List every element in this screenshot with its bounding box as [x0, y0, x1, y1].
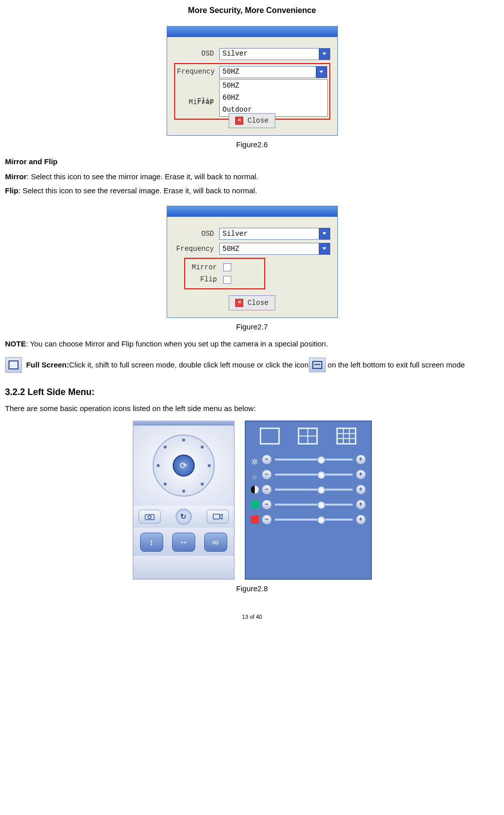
- close-icon: ×: [235, 117, 243, 125]
- speed-slider-row: ✲ − +: [251, 455, 366, 465]
- page-title: More Security, More Convenience: [5, 4, 499, 17]
- note-text: : You can choose Mirror and Flip functio…: [26, 339, 328, 348]
- figure-caption-2-6: Figure2.6: [5, 139, 499, 151]
- contrast-slider[interactable]: [275, 489, 353, 491]
- close-label: Close: [247, 115, 268, 126]
- minus-button[interactable]: −: [262, 500, 272, 510]
- frequency-value: 50HZ: [220, 66, 316, 77]
- hue-slider[interactable]: [275, 504, 353, 506]
- mirror-flip-highlight: Mirror Flip: [184, 258, 265, 289]
- chevron-down-icon: [319, 71, 323, 73]
- contrast-slider-row: − +: [251, 485, 366, 495]
- hue-slider-row: − +: [251, 500, 366, 510]
- frequency-option[interactable]: 50HZ: [220, 80, 327, 92]
- svg-point-1: [148, 516, 151, 519]
- mirror-checkbox[interactable]: [223, 263, 231, 271]
- mirror-term: Mirror: [5, 172, 27, 181]
- mirror-label: Mirror: [187, 262, 222, 273]
- figure-2-8-panels: ⟳ ↻ ↕ ↔ ∞: [5, 421, 499, 580]
- mirror-text: : Select this icon to see the mirror ima…: [27, 172, 258, 181]
- frequency-value: 50HZ: [220, 243, 319, 254]
- brightness-slider[interactable]: [275, 474, 353, 476]
- frequency-label: Frequency: [174, 243, 219, 254]
- saturation-slider[interactable]: [275, 519, 353, 521]
- frequency-highlight: Frequency 50HZ 50HZ 60HZ Outdoor: [174, 63, 330, 120]
- dialog-figure-2-6: OSD Silver Frequency 50HZ 50HZ 60HZ Outd…: [167, 26, 338, 136]
- osd-value: Silver: [220, 48, 319, 59]
- mirror-description: Mirror: Select this icon to see the mirr…: [5, 171, 499, 183]
- fullscreen-icon[interactable]: [5, 357, 22, 373]
- osd-combobox[interactable]: Silver: [219, 228, 330, 240]
- flip-description: Flip: Select this icon to see the revers…: [5, 185, 499, 197]
- svg-rect-2: [213, 514, 220, 519]
- adjustment-panel: ✲ − + ☼ − + − + − + − +: [245, 421, 372, 580]
- note-term: NOTE: [5, 339, 26, 348]
- minus-button[interactable]: −: [262, 485, 272, 495]
- recorder-icon: [213, 513, 223, 520]
- figure-caption-2-7: Figure2.7: [5, 321, 499, 333]
- fullscreen-text-2: on the left bottom to exit full screen m…: [328, 359, 465, 371]
- close-icon: ×: [235, 299, 243, 307]
- speed-slider[interactable]: [275, 459, 353, 461]
- chevron-down-icon: [322, 247, 326, 250]
- close-button[interactable]: × Close: [229, 295, 275, 310]
- record-button[interactable]: [207, 510, 229, 524]
- contrast-icon: [251, 486, 259, 494]
- minus-button[interactable]: −: [262, 515, 272, 525]
- plus-button[interactable]: +: [356, 500, 366, 510]
- plus-button[interactable]: +: [356, 470, 366, 480]
- brightness-icon: ☼: [251, 471, 259, 479]
- dropdown-button[interactable]: [319, 243, 330, 254]
- frequency-label: Frequency: [177, 66, 219, 77]
- saturation-icon: [251, 516, 259, 524]
- horizontal-cruise-button[interactable]: ↔: [172, 533, 195, 552]
- dropdown-button[interactable]: [319, 49, 330, 60]
- minus-button[interactable]: −: [262, 470, 272, 480]
- exit-fullscreen-icon[interactable]: [309, 357, 326, 372]
- flip-checkbox[interactable]: [223, 276, 231, 284]
- snapshot-button[interactable]: [139, 510, 161, 524]
- dialog-titlebar: [167, 206, 337, 217]
- page-number: 13 of 40: [5, 613, 499, 622]
- dropdown-button[interactable]: [316, 67, 327, 78]
- osd-label: OSD: [174, 48, 219, 59]
- osd-value: Silver: [220, 228, 319, 239]
- dropdown-button[interactable]: [319, 228, 330, 239]
- ptz-center-button[interactable]: ⟳: [173, 455, 195, 477]
- osd-combobox[interactable]: Silver: [219, 48, 330, 60]
- plus-button[interactable]: +: [356, 455, 366, 465]
- frequency-combobox[interactable]: 50HZ: [219, 243, 330, 255]
- section-3-2-2-heading: 3.2.2 Left Side Menu:: [5, 385, 499, 399]
- camera-icon: [145, 513, 155, 520]
- ptz-panel: ⟳ ↻ ↕ ↔ ∞: [133, 421, 235, 580]
- infinity-button[interactable]: ∞: [204, 533, 227, 552]
- close-button[interactable]: × Close: [229, 113, 275, 128]
- frequency-option[interactable]: 60HZ: [220, 92, 327, 104]
- flip-text: : Select this icon to see the reversal i…: [19, 186, 257, 195]
- fullscreen-term: Full Screen:: [26, 359, 69, 371]
- hue-icon: [251, 501, 259, 509]
- fullscreen-text-1: Click it, shift to full screen mode, dou…: [69, 359, 309, 371]
- section-3-2-2-intro: There are some basic operation icons lis…: [5, 402, 499, 415]
- mirror-flip-heading: Mirror and Flip: [5, 156, 499, 168]
- chevron-down-icon: [322, 232, 326, 235]
- frequency-combobox[interactable]: 50HZ: [219, 66, 327, 78]
- frequency-dropdown-list: 50HZ 60HZ Outdoor: [219, 79, 328, 117]
- fan-icon: ✲: [251, 456, 259, 464]
- minus-button[interactable]: −: [262, 455, 272, 465]
- close-label: Close: [247, 297, 268, 308]
- refresh-button[interactable]: ↻: [176, 509, 192, 525]
- figure-caption-2-8: Figure2.8: [5, 583, 499, 595]
- plus-button[interactable]: +: [356, 515, 366, 525]
- view-1x1-button[interactable]: [260, 428, 280, 445]
- vertical-cruise-button[interactable]: ↕: [140, 533, 163, 552]
- saturation-slider-row: − +: [251, 515, 366, 525]
- osd-label: OSD: [174, 228, 219, 239]
- panel-stripe: [134, 422, 234, 426]
- ptz-dial[interactable]: ⟳: [153, 435, 215, 497]
- fullscreen-paragraph: Full Screen: Click it, shift to full scr…: [5, 357, 499, 373]
- view-2x2-button[interactable]: [298, 428, 318, 445]
- note-paragraph: NOTE: You can choose Mirror and Flip fun…: [5, 338, 499, 350]
- plus-button[interactable]: +: [356, 485, 366, 495]
- view-3x3-button[interactable]: [336, 428, 356, 445]
